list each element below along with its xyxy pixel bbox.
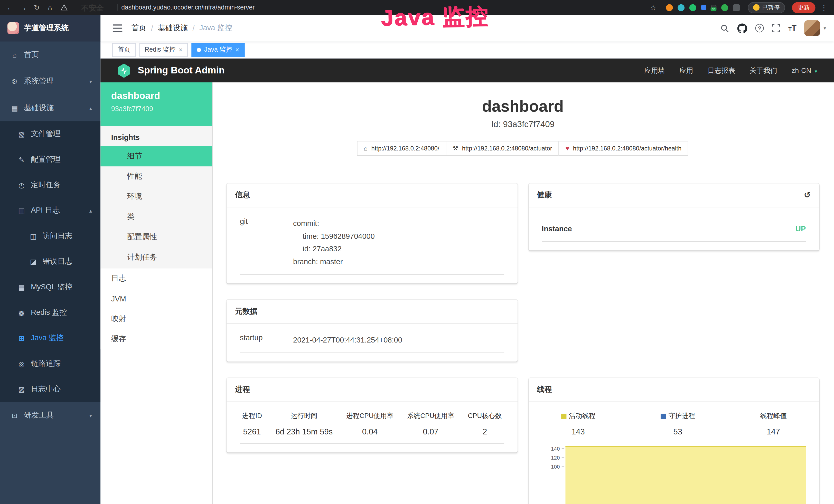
hamburger-icon[interactable]	[113, 24, 122, 32]
sidebar-item-log-center[interactable]: ▨ 日志中心	[0, 376, 101, 402]
chrome-update-button[interactable]: 更新	[792, 2, 815, 13]
close-icon[interactable]	[179, 46, 183, 53]
info-card: 信息 git commit: time: 1596289704000 id: 2	[226, 183, 517, 283]
paused-label: 已暂停	[762, 3, 780, 11]
help-icon[interactable]	[755, 24, 764, 32]
extension-icon[interactable]: on	[711, 5, 717, 10]
history-refresh-icon[interactable]	[804, 190, 811, 200]
avatar[interactable]	[805, 20, 820, 36]
info-key: git	[240, 217, 293, 268]
puzzle-extension-icon[interactable]	[733, 4, 740, 11]
extension-icon[interactable]	[701, 5, 706, 10]
sba-instance-header[interactable]: dashboard 93a3fc7f7409	[101, 83, 212, 126]
devtools-icon: ⊡	[10, 411, 19, 419]
home-icon: ⌂	[364, 144, 368, 152]
sba-item-logfile[interactable]: 日志	[101, 269, 212, 289]
user-menu[interactable]	[805, 20, 826, 36]
sidebar-item-devtools[interactable]: ⊡ 研发工具	[0, 402, 101, 429]
extension-icon[interactable]	[689, 4, 696, 11]
sba-item-classes[interactable]: 类	[101, 207, 212, 227]
sidebar-item-job[interactable]: ◷ 定时任务	[0, 172, 101, 198]
tag-home[interactable]: 首页	[112, 43, 136, 57]
paused-profile-badge[interactable]: 已暂停	[748, 2, 785, 13]
sidebar-item-config[interactable]: ✎ 配置管理	[0, 147, 101, 172]
screen: 不安全 dashboard.yudao.iocoder.cn/infra/adm…	[0, 0, 834, 504]
forward-icon[interactable]	[19, 3, 28, 12]
legend-peak-threads: 线程峰值 147	[760, 412, 787, 436]
sba-item-details[interactable]: 细节	[101, 146, 212, 166]
chrome-menu-icon[interactable]	[819, 3, 829, 12]
infra-submenu: ▧ 文件管理 ✎ 配置管理 ◷ 定时任务 ▥ API 日志 ◫	[0, 121, 101, 402]
sba-item-mappings[interactable]: 映射	[101, 309, 212, 329]
sba-item-metrics[interactable]: 性能	[101, 166, 212, 187]
sba-item-scheduled[interactable]: 计划任务	[101, 247, 212, 268]
back-icon[interactable]	[5, 3, 15, 12]
sidebar-item-error-log[interactable]: ◪ 错误日志	[0, 249, 101, 274]
java-monitor-icon: ⊞	[18, 334, 25, 342]
tag-redis-monitor[interactable]: Redis 监控	[139, 43, 188, 57]
sidebar-item-file[interactable]: ▧ 文件管理	[0, 121, 101, 146]
sidebar-item-api-log[interactable]: ▥ API 日志	[0, 198, 101, 223]
sba-nav-applications[interactable]: 应用	[679, 66, 693, 75]
tag-java-monitor[interactable]: Java 监控	[192, 43, 244, 57]
extension-icon[interactable]	[678, 4, 684, 11]
sba-item-jvm[interactable]: JVM	[101, 289, 212, 309]
live-threads-area	[565, 446, 806, 504]
sba-item-env[interactable]: 环境	[101, 187, 212, 207]
divider	[118, 4, 118, 11]
health-card: 健康 Instance UP	[528, 183, 819, 250]
extension-icon[interactable]	[666, 4, 673, 11]
sba-nav-journal[interactable]: 日志报表	[708, 66, 736, 75]
sidebar-item-redis[interactable]: ▩ Redis 监控	[0, 300, 101, 325]
bookmark-star-icon[interactable]	[648, 3, 658, 12]
tags-bar: 首页 Redis 监控 Java 监控	[101, 42, 834, 59]
extension-icon[interactable]	[721, 4, 728, 11]
access-log-icon: ◫	[29, 232, 37, 240]
instance-links: ⌂ http://192.168.0.2:48080/ ⚒ http://192…	[226, 141, 819, 156]
sidebar-item-home[interactable]: 首页	[0, 42, 101, 68]
fullscreen-icon[interactable]	[772, 24, 780, 32]
process-table: 进程ID 5261 运行时间 6d 23h 15m 59s	[240, 412, 504, 444]
chevron-up-icon	[89, 105, 92, 111]
sba-item-configprops[interactable]: 配置属性	[101, 227, 212, 247]
heart-icon: ♥	[566, 144, 569, 152]
table-row: startup 2021-04-27T00:44:31.254+08:00	[240, 333, 504, 353]
redis-icon: ▩	[18, 308, 25, 317]
sba-header: Spring Boot Admin 应用墙 应用 日志报表 关于我们 zh-CN	[101, 59, 834, 83]
reload-icon[interactable]	[32, 3, 41, 12]
sba-brand[interactable]: Spring Boot Admin	[138, 65, 224, 76]
process-card: 进程 进程ID 5261 运行时间	[226, 378, 517, 452]
url-text[interactable]: dashboard.yudao.iocoder.cn/infra/admin-s…	[121, 4, 255, 11]
sba-nav: 应用墙 应用 日志报表 关于我们 zh-CN	[644, 66, 818, 75]
table-row[interactable]: Instance UP	[542, 220, 806, 242]
browser-home-icon[interactable]	[45, 3, 55, 12]
link-actuator-url[interactable]: ⚒ http://192.168.0.2:48080/actuator	[446, 141, 559, 156]
github-icon[interactable]	[738, 23, 747, 33]
log-icon: ▥	[18, 207, 25, 215]
breadcrumb-home[interactable]: 首页	[131, 23, 146, 33]
sidebar-item-infra[interactable]: ▤ 基础设施	[0, 95, 101, 121]
search-icon[interactable]	[720, 24, 729, 32]
breadcrumb-section[interactable]: 基础设施	[158, 23, 188, 33]
link-health-url[interactable]: ♥ http://192.168.0.2:48080/actuator/heal…	[559, 141, 688, 156]
info-card-header: 信息	[226, 183, 517, 207]
close-icon[interactable]	[236, 46, 239, 53]
health-card-header: 健康	[528, 183, 819, 207]
sba-locale-select[interactable]: zh-CN	[792, 67, 818, 74]
app-logo-row[interactable]: 芋道管理系统	[0, 15, 101, 42]
sidebar-item-mysql[interactable]: ▦ MySQL 监控	[0, 274, 101, 300]
log-center-icon: ▨	[18, 385, 25, 393]
sba-item-caches[interactable]: 缓存	[101, 329, 212, 349]
sidebar-item-trace[interactable]: ◎ 链路追踪	[0, 351, 101, 376]
font-size-icon[interactable]	[788, 23, 796, 33]
sba-nav-about[interactable]: 关于我们	[749, 66, 777, 75]
link-service-url[interactable]: ⌂ http://192.168.0.2:48080/	[357, 141, 446, 156]
home-icon	[10, 51, 19, 59]
sidebar-item-java-monitor[interactable]: ⊞ Java 监控	[0, 325, 101, 351]
process-col-uptime: 运行时间 6d 23h 15m 59s	[276, 412, 333, 436]
sidebar-item-system[interactable]: ⚙ 系统管理	[0, 68, 101, 95]
sba-nav-wall[interactable]: 应用墙	[644, 66, 665, 75]
sidebar-item-access-log[interactable]: ◫ 访问日志	[0, 223, 101, 249]
sba-body: dashboard 93a3fc7f7409 Insights 细节 性能 环境…	[101, 83, 834, 504]
metadata-card-body: startup 2021-04-27T00:44:31.254+08:00	[226, 324, 517, 362]
